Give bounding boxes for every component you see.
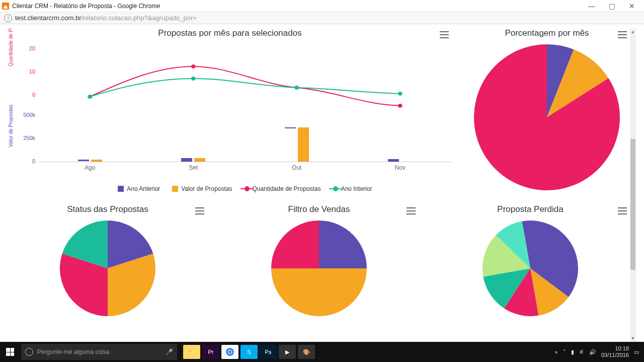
legend-item[interactable]: Ano Interior [333,185,372,192]
tray-app-icon[interactable]: ● [554,349,558,355]
date: 03/11/2016 [601,352,629,358]
url-host: test.clientarcrm.com.br [15,14,81,22]
bar [285,127,296,128]
windows-taskbar: Pergunte-me alguma coisa 🎤 📁 Pr S Ps ▶ 🎨… [0,342,644,362]
search-placeholder: Pergunte-me alguma coisa [37,348,109,355]
premiere-icon[interactable]: Pr [202,345,219,359]
photoshop-icon[interactable]: Ps [260,345,277,359]
chart-title: Proposta Perdida [431,204,630,214]
minimize-button[interactable]: — [582,1,602,12]
chart-porcentagem-mes: Porcentagem por mês [464,28,630,192]
mic-icon[interactable]: 🎤 [166,348,173,355]
window-titlebar: Clientar CRM - Relatório de Proposta - G… [0,0,644,12]
chart-title: Filtro de Vendas [219,204,419,214]
pie-chart [464,44,630,190]
page-content: Propostas por mês para selecionados Quan… [0,24,644,342]
y-axis-label-bars: Valor de Propostas [8,105,14,147]
svg-point-6 [294,86,299,90]
bar [91,160,102,162]
chrome-icon[interactable] [221,345,238,359]
svg-point-10 [228,350,231,353]
legend-item[interactable]: Ano Anterior [118,185,160,192]
chart-menu-button[interactable] [617,30,628,39]
palette-icon[interactable]: 🎨 [298,345,315,359]
bar [298,127,309,162]
line-area [38,45,452,106]
tick: 500k [20,112,35,135]
info-icon[interactable]: i [4,14,12,22]
vertical-scrollbar[interactable]: ▲ ▼ [630,28,636,342]
svg-point-1 [191,64,196,68]
bar [78,160,89,161]
media-player-icon[interactable]: ▶ [279,345,296,359]
tick: 20 [20,45,35,68]
system-tray: ● ˄ ▮ ⚟ 🔊 10:18 03/11/2016 ▭ [554,345,644,358]
bar [388,159,399,162]
svg-point-4 [88,95,92,99]
taskbar-apps: 📁 Pr S Ps ▶ 🎨 [183,345,315,359]
time: 10:18 [601,345,629,352]
legend-item[interactable]: Quantidade de Propostas [245,185,321,192]
chart-menu-button[interactable] [194,206,205,215]
chart-filtro-vendas: Filtro de Vendas [219,204,419,316]
chart-proposta-perdida: Proposta Perdida [431,204,630,316]
bar [181,158,192,162]
x-axis-labels: Ago Set Out Nov [38,164,452,171]
file-explorer-icon[interactable]: 📁 [183,345,200,359]
chart-menu-button[interactable] [406,206,417,215]
y-ticks-lines: 20 10 0 [20,45,35,115]
pie-chart [219,221,419,316]
favicon-icon [2,3,9,10]
combo-chart: Quantidade de Propostas Valor de Propost… [8,41,452,192]
chart-propostas-mes: Propostas por mês para selecionados Quan… [8,28,452,192]
cortana-search[interactable]: Pergunte-me alguma coisa 🎤 [21,344,177,360]
x-label: Nov [349,164,452,171]
close-button[interactable]: ✕ [622,1,642,12]
scrollbar-thumb[interactable] [630,139,635,270]
chart-title: Porcentagem por mês [464,28,630,38]
x-label: Ago [38,164,142,171]
windows-icon [6,348,14,356]
x-label: Out [245,164,349,171]
skype-icon[interactable]: S [240,345,258,359]
chart-title: Status das Propostas [8,204,207,214]
chevron-up-icon[interactable]: ˄ [563,349,566,355]
tick: 0 [20,158,35,181]
y-axis-label-lines: Quantidade de Propostas [8,28,14,66]
scroll-up-icon[interactable]: ▲ [630,28,636,35]
maximize-button[interactable]: ▢ [602,1,622,12]
chart-title: Propostas por mês para selecionados [8,28,452,38]
chart-legend: Ano Anterior Valor de Propostas Quantida… [38,185,452,192]
scroll-down-icon[interactable]: ▼ [630,335,636,342]
legend-item[interactable]: Valor de Propostas [172,185,232,192]
cortana-icon [25,348,33,356]
main-area: Propostas por mês para selecionados Quan… [8,28,630,342]
svg-point-5 [191,77,196,81]
pie-chart [431,221,630,316]
window-title: Clientar CRM - Relatório de Proposta - G… [12,3,582,10]
pie-chart [8,221,207,316]
chart-status-propostas: Status das Propostas [8,204,207,316]
svg-point-3 [398,104,403,108]
bar-area [38,112,452,162]
chart-menu-button[interactable] [617,206,628,215]
start-button[interactable] [0,342,20,362]
y-ticks-bars: 500k 250k 0 [20,112,35,181]
browser-window: Clientar CRM - Relatório de Proposta - G… [0,0,644,362]
notifications-icon[interactable]: ▭ [634,349,639,355]
chart-menu-button[interactable] [439,30,450,39]
url-path: /relatorio.cotacao.php?&agrupado_por= [81,14,196,22]
svg-point-7 [398,92,403,96]
wifi-icon[interactable]: ⚟ [579,349,584,355]
x-label: Set [142,164,246,171]
battery-icon[interactable]: ▮ [571,349,574,355]
tick: 250k [20,135,35,158]
clock[interactable]: 10:18 03/11/2016 [601,345,629,358]
address-bar[interactable]: i test.clientarcrm.com.br/relatorio.cota… [0,12,644,24]
volume-icon[interactable]: 🔊 [589,349,596,355]
tick: 10 [20,68,35,92]
bar [194,158,205,162]
